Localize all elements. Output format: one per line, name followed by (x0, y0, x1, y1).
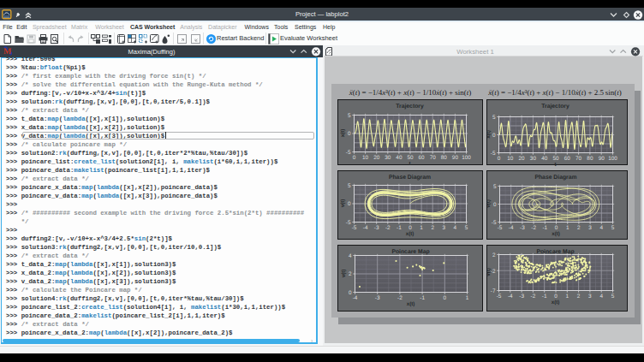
svg-text:40: 40 (396, 155, 402, 161)
svg-text:2: 2 (492, 252, 496, 258)
svg-text:60: 60 (564, 156, 571, 162)
svg-text:-7: -7 (491, 288, 496, 294)
svg-text:x(t): x(t) (552, 231, 560, 237)
svg-text:Poincare Map: Poincare Map (536, 249, 574, 255)
svg-text:v(t): v(t) (486, 268, 492, 276)
svg-text:100: 100 (462, 155, 471, 161)
svg-text:5: 5 (348, 183, 351, 189)
svg-text:4: 4 (349, 253, 352, 259)
svg-text:v(t): v(t) (486, 199, 492, 208)
svg-text:x(t): x(t) (486, 130, 492, 139)
svg-text:0: 0 (348, 201, 351, 207)
svg-text:Trajectory: Trajectory (541, 104, 569, 110)
svg-text:x(t): x(t) (340, 129, 346, 138)
svg-text:0: 0 (349, 290, 352, 296)
svg-text:2: 2 (577, 294, 581, 300)
svg-text:-5: -5 (352, 225, 357, 231)
svg-text:2: 2 (577, 225, 581, 231)
svg-text:5: 5 (492, 115, 496, 121)
svg-text:Phase Diagram: Phase Diagram (389, 175, 431, 181)
svg-text:-5: -5 (346, 220, 351, 226)
svg-text:0: 0 (348, 131, 351, 137)
svg-text:3: 3 (588, 294, 592, 300)
svg-text:1: 1 (420, 225, 423, 231)
svg-text:3: 3 (588, 225, 592, 231)
svg-text:x(t): x(t) (406, 231, 414, 237)
svg-text:20: 20 (373, 155, 380, 161)
svg-text:5: 5 (611, 225, 615, 231)
svg-text:3: 3 (443, 225, 446, 231)
svg-text:Trajectory: Trajectory (396, 104, 424, 110)
svg-text:10: 10 (507, 156, 514, 162)
svg-text:0: 0 (493, 202, 497, 208)
svg-text:30: 30 (385, 155, 391, 161)
svg-text:0: 0 (498, 156, 501, 162)
svg-text:90: 90 (452, 155, 459, 161)
svg-text:10: 10 (362, 155, 369, 161)
svg-text:70: 70 (575, 156, 582, 162)
svg-text:v(t): v(t) (340, 199, 346, 208)
svg-text:2: 2 (431, 225, 434, 231)
svg-text:20: 20 (519, 156, 526, 162)
svg-text:80: 80 (441, 155, 448, 161)
svg-text:-4: -4 (353, 295, 358, 301)
svg-text:x(t): x(t) (407, 301, 415, 307)
svg-text:-3: -3 (519, 294, 524, 300)
svg-text:2: 2 (349, 271, 352, 277)
svg-text:4: 4 (600, 225, 604, 231)
svg-text:-5: -5 (491, 151, 496, 157)
svg-text:-4: -4 (363, 225, 368, 231)
svg-text:5: 5 (493, 184, 497, 190)
svg-text:-2: -2 (385, 225, 391, 231)
svg-text:0: 0 (353, 155, 356, 161)
svg-text:-3: -3 (520, 225, 525, 231)
svg-text:1: 1 (466, 295, 469, 301)
svg-text:-5: -5 (492, 220, 497, 226)
svg-text:-5: -5 (498, 225, 503, 231)
svg-text:5: 5 (465, 225, 468, 231)
svg-text:80: 80 (587, 156, 593, 162)
svg-text:-1: -1 (542, 225, 547, 231)
svg-text:-1: -1 (397, 225, 402, 231)
svg-text:-2: -2 (531, 294, 536, 300)
svg-text:-1: -1 (542, 294, 547, 300)
svg-text:1: 1 (566, 225, 569, 231)
svg-text:40: 40 (541, 156, 548, 162)
svg-text:-3: -3 (375, 295, 380, 301)
svg-text:-5: -5 (497, 294, 502, 300)
svg-text:-4: -4 (509, 225, 514, 231)
svg-text:x(t): x(t) (552, 300, 560, 306)
svg-text:t: t (408, 161, 410, 167)
svg-text:100: 100 (608, 156, 617, 162)
svg-text:1: 1 (566, 294, 569, 300)
svg-text:60: 60 (419, 155, 426, 161)
svg-text:70: 70 (430, 155, 437, 161)
svg-text:Poincare Map: Poincare Map (391, 249, 429, 255)
svg-text:-5: -5 (346, 150, 351, 156)
svg-text:4: 4 (454, 225, 457, 231)
svg-text:-2: -2 (397, 295, 402, 301)
svg-text:0: 0 (492, 133, 496, 139)
svg-text:-3: -3 (374, 225, 379, 231)
svg-text:90: 90 (599, 156, 605, 162)
svg-text:5: 5 (348, 113, 351, 119)
svg-text:0: 0 (444, 295, 447, 301)
svg-text:-2: -2 (531, 225, 536, 231)
svg-text:v(t): v(t) (341, 270, 347, 278)
svg-text:Phase Diagram: Phase Diagram (534, 175, 576, 181)
svg-text:30: 30 (530, 156, 537, 162)
svg-text:t: t (554, 162, 556, 168)
svg-text:5: 5 (611, 294, 615, 300)
svg-text:-4: -4 (508, 294, 513, 300)
svg-text:4: 4 (599, 294, 603, 300)
svg-text:-1: -1 (420, 295, 425, 301)
